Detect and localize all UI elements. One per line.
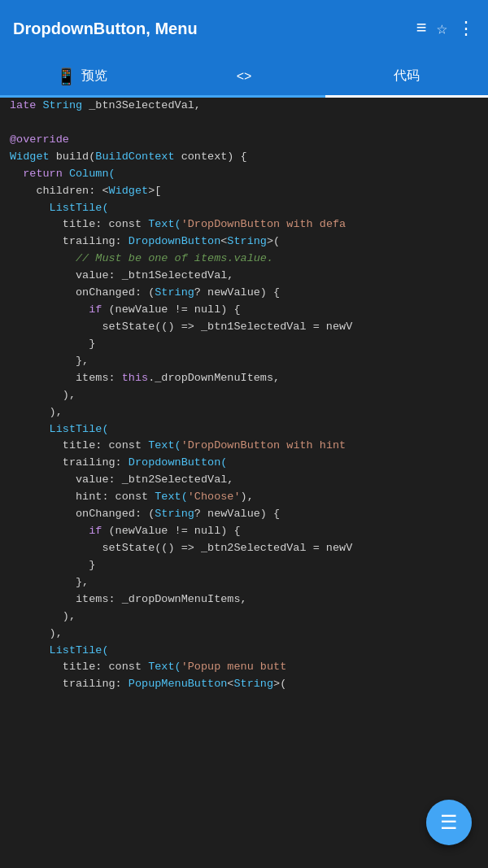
tab-code-chevron[interactable]: <> — [163, 57, 325, 98]
code-line: return Column( — [10, 166, 478, 183]
top-bar: DropdownButton, Menu ≡ ☆ ⋮ — [0, 0, 488, 57]
code-line: Widget build(BuildContext context) { — [10, 149, 478, 166]
code-line: items: this._dropDownMenuItems, — [10, 370, 478, 387]
code-line: title: const Text('DropDownButton with h… — [10, 438, 478, 455]
code-line: ListTile( — [10, 200, 478, 217]
code-line: trailing: DropdownButton( — [10, 455, 478, 472]
code-line: value: _btn1SelectedVal, — [10, 268, 478, 285]
code-line: setState(() => _btn1SelectedVal = newV — [10, 319, 478, 336]
code-line: ), — [10, 404, 478, 421]
code-line: if (newValue != null) { — [10, 523, 478, 540]
code-line: ListTile( — [10, 421, 478, 438]
code-line: }, — [10, 353, 478, 370]
code-line: trailing: PopupMenuButton<String>( — [10, 676, 478, 693]
code-line — [10, 115, 478, 132]
code-line: ), — [10, 608, 478, 626]
tab-preview[interactable]: 📱 预览 — [0, 57, 163, 98]
fab-menu-button[interactable]: ☰ — [426, 800, 472, 845]
code-line: ), — [10, 387, 478, 404]
tab-bar: 📱 预览 <> 代码 — [0, 57, 488, 98]
phone-icon: 📱 — [56, 67, 76, 86]
code-area: late String _btn3SelectedVal, @override … — [0, 98, 488, 868]
code-line: @override — [10, 132, 478, 149]
code-line: items: _dropDownMenuItems, — [10, 591, 478, 608]
tab-code[interactable]: 代码 — [325, 57, 488, 98]
code-line: hint: const Text('Choose'), — [10, 489, 478, 506]
code-line: setState(() => _btn2SelectedVal = newV — [10, 540, 478, 557]
code-line: onChanged: (String? newValue) { — [10, 506, 478, 523]
page-title: DropdownButton, Menu — [13, 20, 407, 38]
tab-preview-label: 预览 — [81, 68, 107, 85]
code-line: } — [10, 336, 478, 353]
code-line: if (newValue != null) { — [10, 302, 478, 319]
code-line: children: <Widget>[ — [10, 183, 478, 200]
code-line: trailing: DropdownButton<String>( — [10, 233, 478, 251]
fab-menu-icon: ☰ — [440, 811, 458, 835]
hamburger-icon[interactable]: ≡ — [416, 19, 427, 39]
code-line: value: _btn2SelectedVal, — [10, 472, 478, 489]
code-line: } — [10, 557, 478, 574]
more-dots-icon[interactable]: ⋮ — [457, 18, 475, 40]
star-icon[interactable]: ☆ — [437, 18, 447, 40]
tab-code-label: 代码 — [394, 68, 420, 85]
code-line: onChanged: (String? newValue) { — [10, 285, 478, 302]
code-line: title: const Text('Popup menu butt — [10, 659, 478, 676]
code-line: ), — [10, 626, 478, 643]
code-line: title: const Text('DropDownButton with d… — [10, 216, 478, 233]
code-line: }, — [10, 574, 478, 591]
code-line: // Must be one of items.value. — [10, 251, 478, 268]
code-line: ListTile( — [10, 643, 478, 660]
code-line: late String _btn3SelectedVal, — [10, 98, 478, 115]
code-brackets-icon: <> — [237, 69, 252, 84]
